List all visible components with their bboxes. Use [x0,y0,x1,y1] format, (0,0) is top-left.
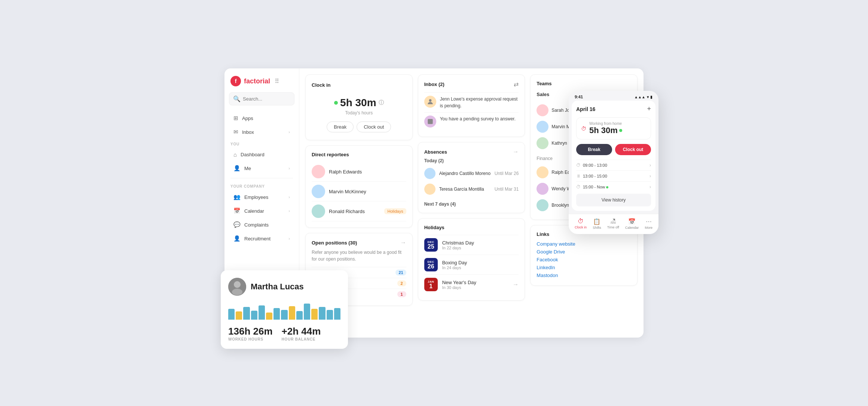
sidebar-item-apps[interactable]: ⊞ Apps [227,111,296,125]
link-mastodon[interactable]: Mastodon [537,271,631,279]
sidebar-item-dashboard[interactable]: ⌂ Dashboard [227,148,296,161]
absence-item[interactable]: Teresa García Montilla Until Mar 31 [424,181,519,197]
link-facebook[interactable]: Facebook [537,256,631,264]
holiday-countdown: In 30 days [442,285,476,290]
mobile-content: April 16 + ⏱ Working from home 5h 30m [572,101,655,211]
inbox-message: Jenn Lowe's expense approval request is … [440,96,519,109]
sidebar-item-complaints[interactable]: 💬 Complaints [227,218,296,231]
holiday-name: Boxing Day [442,260,467,265]
absences-arrow[interactable]: → [513,148,519,155]
clock-out-button[interactable]: Clock out [357,122,391,132]
absence-item[interactable]: Alejandro Castillo Moreno Until Mar 26 [424,166,519,181]
open-positions-arrow[interactable]: → [400,239,406,246]
inbox-action-icon[interactable]: ⇄ [514,81,519,88]
inbox-item[interactable]: Jenn Lowe's expense approval request is … [424,92,519,112]
position-count: 1 [397,291,406,297]
time-entry-value: 13:00 - 15:00 [583,174,607,178]
reportee-item[interactable]: Marvin McKinney [312,182,406,202]
svg-rect-1 [428,119,433,124]
holiday-info: Boxing Day In 24 days [442,260,467,270]
break-button[interactable]: Break [327,122,354,132]
profile-card: Martha Lucas 136h 26m WORKED HOURS +2h 4… [221,270,348,349]
absence-date: Until Mar 31 [495,187,519,192]
profile-avatar [228,278,246,296]
reportee-avatar [312,204,325,218]
time-entry-value: 09:00 - 13:00 [583,163,607,167]
column-2: Inbox (2) ⇄ Jenn Lowe's expense approval… [418,74,525,332]
sidebar-item-inbox[interactable]: ✉ Inbox › [227,125,296,139]
mobile-nav-more[interactable]: ⋯ More [645,218,652,230]
mobile-time-entry[interactable]: ⏱ 09:00 - 13:00 › [576,160,651,170]
team-member-avatar [537,166,548,178]
holiday-item[interactable]: JAN 1 New Year's Day In 30 days → [424,274,519,294]
chart-bar [236,311,242,320]
clock-actions: Break Clock out [327,122,391,132]
recruitment-label: Recruitment [244,236,271,242]
holiday-name: New Year's Day [442,280,476,285]
position-count: 2 [397,280,406,286]
mobile-nav-shifts[interactable]: 📋 Shifts [593,218,601,230]
link-company-website[interactable]: Company website [537,240,631,248]
mobile-clockout-button[interactable]: Clock out [615,144,651,155]
inbox-title: Inbox (2) [424,81,444,87]
reportee-avatar [312,185,325,198]
apps-label: Apps [242,116,253,121]
mobile-time-entry[interactable]: ⏱ 15:00 - Now › [576,181,651,192]
view-history-button[interactable]: View history [576,194,651,206]
mobile-working-card: ⏱ Working from home 5h 30m [576,117,651,139]
chart-bar [304,304,310,320]
mobile-nav-calendar[interactable]: 📅 Calendar [625,218,639,230]
absence-name: Alejandro Castillo Moreno [439,171,490,176]
holidays-widget: Holidays DEC 25 Christmas Day In 22 days [418,218,525,301]
chart-bar [327,310,333,320]
team-member-avatar [537,104,548,116]
holiday-item[interactable]: DEC 26 Boxing Day In 24 days [424,255,519,274]
inbox-item[interactable]: You have a pending survey to answer. [424,112,519,130]
holiday-item[interactable]: DEC 25 Christmas Day In 22 days [424,235,519,255]
app-name: factorial [244,77,270,85]
chart-bar [251,311,257,320]
holiday-info: New Year's Day In 30 days [442,280,476,290]
calendar-nav-icon: 📅 [628,218,636,225]
me-label: Me [244,166,251,171]
mobile-break-button[interactable]: Break [576,144,612,155]
holiday-countdown: In 22 days [442,246,474,250]
chart-bar [273,308,280,320]
inbox-avatar [424,116,436,127]
reportee-item[interactable]: Ralph Edwards [312,162,406,182]
more-nav-icon: ⋯ [646,218,652,225]
mobile-add-button[interactable]: + [647,105,651,113]
search-input[interactable] [243,96,306,102]
holiday-arrow[interactable]: → [513,281,519,288]
mobile-nav-time-off[interactable]: 🏖 Time off [607,218,619,230]
open-positions-desc: Refer anyone you believe would be a good… [312,249,406,262]
profile-name: Martha Lucas [251,282,304,292]
mobile-date-header: April 16 + [576,105,651,113]
clock-in-widget: Clock in 5h 30m ⓘ Today's hours Break Cl… [305,74,413,140]
sidebar-item-calendar[interactable]: 📅 Calendar › [227,204,296,218]
mobile-nav-clock-in[interactable]: ⏱ Clock in [575,218,587,230]
settings-icon[interactable]: ⠿ [275,78,279,85]
holiday-countdown: In 24 days [442,265,467,270]
clock-icon: ⏱ [576,163,581,168]
reportee-item[interactable]: Ronald Richards Holidays [312,202,406,221]
mobile-clock-icon: ⏱ [581,126,586,132]
mobile-time-entry[interactable]: ⏸ 13:00 - 15:00 › [576,170,651,181]
search-box[interactable]: 🔍 ⌘K [229,92,294,105]
team-member-avatar [537,183,548,195]
sidebar-item-recruitment[interactable]: 👤 Recruitment › [227,232,296,245]
sidebar-item-employees[interactable]: 👥 Employees › [227,190,296,204]
you-section-label: YOU [224,139,299,148]
link-google-drive[interactable]: Google Drive [537,248,631,256]
holiday-day: 1 [429,283,433,289]
more-nav-label: More [645,226,652,230]
sidebar-item-me[interactable]: 👤 Me › [227,162,296,175]
next-days-label: Next 7 days (4) [424,202,519,207]
chevron-down-icon: › [288,236,290,241]
link-linkedin[interactable]: LinkedIn [537,264,631,271]
chart-bar [243,307,250,320]
calendar-label: Calendar [244,208,264,214]
holiday-calendar-dec: DEC 25 [424,238,438,252]
mobile-nav: ⏱ Clock in 📋 Shifts 🏖 Time off 📅 Calenda… [569,214,658,234]
arrow-icon: › [650,184,651,190]
